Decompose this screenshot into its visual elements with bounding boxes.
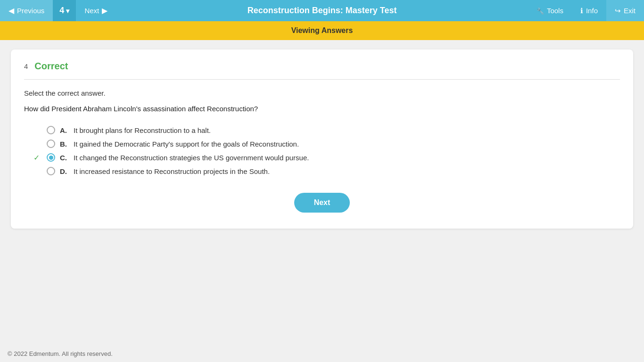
- info-button[interactable]: Info: [572, 0, 606, 21]
- correct-label: Correct: [34, 61, 68, 72]
- chevron-down-icon: [66, 6, 69, 16]
- next-main-button[interactable]: Next: [294, 193, 350, 213]
- question-number-badge[interactable]: 4: [53, 0, 76, 21]
- top-nav: Previous 4 Next Reconstruction Begins: M…: [0, 0, 644, 21]
- choice-d[interactable]: ✓ D. It increased resistance to Reconstr…: [33, 167, 620, 176]
- copyright: © 2022 Edmentum. All rights reserved.: [8, 350, 113, 357]
- next-icon: [102, 6, 107, 15]
- choices-list: ✓ A. It brought plans for Reconstruction…: [24, 126, 620, 176]
- tools-button[interactable]: Tools: [528, 0, 572, 21]
- radio-b[interactable]: [47, 140, 55, 148]
- right-nav: Tools Info Exit: [528, 0, 644, 21]
- exit-icon: [615, 7, 621, 15]
- page-title: Reconstruction Begins: Mastery Test: [116, 6, 528, 16]
- footer: © 2022 Edmentum. All rights reserved.: [0, 345, 644, 362]
- choice-label-b: B.: [60, 140, 67, 148]
- question-header: 4 Correct: [24, 61, 620, 80]
- choice-label-d: D.: [60, 167, 67, 175]
- viewing-banner: Viewing Answers: [0, 21, 644, 40]
- choice-label-a: A.: [60, 126, 67, 134]
- choice-text-c: It changed the Reconstruction strategies…: [74, 154, 309, 162]
- choice-b[interactable]: ✓ B. It gained the Democratic Party's su…: [33, 140, 620, 148]
- exit-label: Exit: [624, 7, 636, 15]
- instruction: Select the correct answer.: [24, 89, 620, 97]
- next-nav-button[interactable]: Next: [76, 0, 116, 21]
- question-card: 4 Correct Select the correct answer. How…: [11, 49, 633, 229]
- question-text: How did President Abraham Lincoln's assa…: [24, 104, 620, 115]
- choice-a[interactable]: ✓ A. It brought plans for Reconstruction…: [33, 126, 620, 135]
- choice-text-a: It brought plans for Reconstruction to a…: [74, 126, 211, 134]
- radio-d[interactable]: [47, 167, 55, 175]
- exit-button[interactable]: Exit: [606, 0, 644, 21]
- previous-button[interactable]: Previous: [0, 0, 53, 21]
- wrench-icon: [537, 7, 544, 15]
- radio-c[interactable]: [47, 153, 55, 162]
- question-num: 4: [24, 62, 28, 70]
- question-number: 4: [59, 6, 64, 16]
- checkmark-c: ✓: [33, 153, 41, 162]
- choice-label-c: C.: [60, 154, 67, 162]
- choice-text-b: It gained the Democratic Party's support…: [74, 140, 299, 148]
- banner-text: Viewing Answers: [291, 26, 353, 35]
- choice-c[interactable]: ✓ C. It changed the Reconstruction strat…: [33, 153, 620, 162]
- radio-a[interactable]: [47, 126, 55, 134]
- choice-text-d: It increased resistance to Reconstructio…: [74, 167, 270, 175]
- tools-label: Tools: [547, 7, 563, 15]
- info-icon: [580, 7, 583, 15]
- next-btn-container: Next: [24, 193, 620, 213]
- info-label: Info: [586, 7, 598, 15]
- previous-label: Previous: [17, 7, 44, 15]
- previous-icon: [8, 6, 14, 15]
- main-content: 4 Correct Select the correct answer. How…: [0, 40, 644, 345]
- next-nav-label: Next: [84, 7, 99, 15]
